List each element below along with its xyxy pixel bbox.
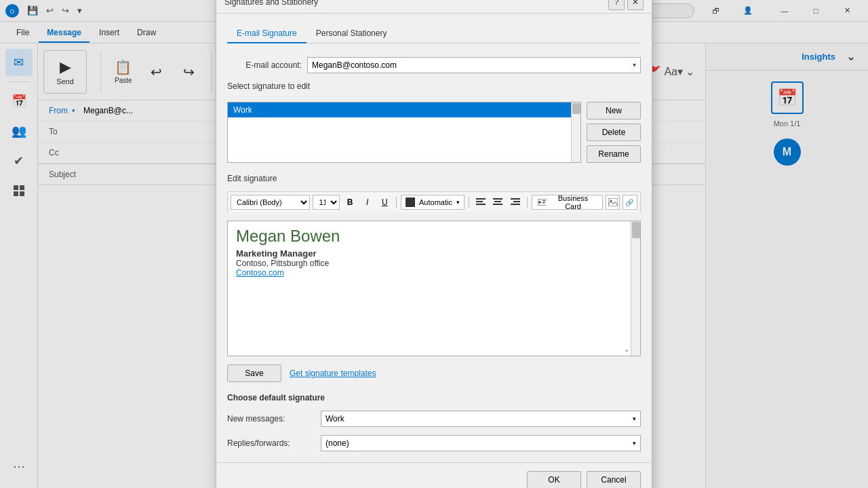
align-left-button[interactable] [473, 195, 488, 210]
dialog-body: E-mail Signature Personal Stationery E-m… [216, 14, 652, 462]
insert-hyperlink-button[interactable]: 🔗 [623, 195, 637, 210]
format-sep-3 [527, 197, 528, 208]
email-account-select[interactable]: MeganB@contoso.com ▾ [307, 57, 641, 73]
align-center-button[interactable] [490, 195, 505, 210]
format-toolbar: Calibri (Body) 11 B I U Automatic ▾ [227, 191, 641, 212]
color-picker-button[interactable]: Automatic ▾ [401, 195, 465, 210]
color-swatch [406, 198, 415, 207]
svg-rect-8 [476, 204, 486, 205]
font-name-select[interactable]: Calibri (Body) [231, 195, 310, 210]
color-arrow-icon: ▾ [456, 199, 460, 206]
format-sep-1 [396, 197, 397, 208]
font-size-select[interactable]: 11 [313, 195, 340, 210]
card-icon [538, 199, 547, 206]
tab-personal-stationery[interactable]: Personal Stationery [307, 24, 397, 43]
replies-arrow-icon: ▾ [633, 440, 636, 447]
dialog-close-button[interactable]: ✕ [627, 0, 644, 10]
dialog-tabs: E-mail Signature Personal Stationery [227, 24, 641, 43]
italic-button[interactable]: I [360, 195, 375, 210]
align-right-button[interactable] [508, 195, 523, 210]
bold-button[interactable]: B [342, 195, 357, 210]
new-messages-select[interactable]: Work ▾ [321, 411, 641, 427]
sig-link-text[interactable]: Contoso.com [236, 268, 632, 278]
edit-sig-label: Edit signature [227, 174, 641, 183]
svg-rect-13 [513, 201, 520, 202]
business-card-label: Business Card [549, 194, 597, 210]
underline-button[interactable]: U [378, 195, 393, 210]
get-templates-link[interactable]: Get signature templates [290, 369, 376, 378]
new-messages-row: New messages: Work ▾ [227, 411, 641, 427]
svg-rect-9 [493, 198, 502, 200]
sig-title-text: Marketing Manager [236, 248, 632, 259]
tab-email-signature[interactable]: E-mail Signature [227, 24, 307, 43]
dialog-titlebar-btns: ? ✕ [608, 0, 644, 10]
sig-list-scrollbar[interactable] [571, 102, 580, 162]
svg-rect-12 [511, 198, 520, 200]
svg-text:🔗: 🔗 [625, 198, 634, 206]
email-account-arrow-icon: ▾ [633, 61, 636, 69]
replies-label: Replies/forwards: [227, 438, 315, 448]
sig-edit-scrollbar[interactable] [631, 221, 640, 356]
svg-point-16 [538, 201, 540, 204]
svg-rect-7 [476, 201, 483, 202]
email-account-value: MeganB@contoso.com [312, 60, 397, 70]
sig-list-item-work[interactable]: Work [228, 102, 580, 117]
sig-edit-box[interactable]: Megan Bowen Marketing Manager Contoso, P… [227, 221, 641, 356]
svg-rect-6 [476, 198, 486, 200]
rename-sig-button[interactable]: Rename [587, 145, 641, 163]
insert-image-button[interactable] [606, 195, 620, 210]
dialog-overlay: Signatures and Stationery ? ✕ E-mail Sig… [0, 0, 868, 488]
delete-sig-button[interactable]: Delete [587, 124, 641, 141]
save-sig-button[interactable]: Save [227, 364, 281, 382]
signatures-dialog: Signatures and Stationery ? ✕ E-mail Sig… [216, 0, 652, 488]
new-messages-value: Work [326, 414, 344, 424]
format-sep-2 [469, 197, 469, 208]
sig-list-area: Work New Delete Rename [227, 102, 641, 163]
dialog-help-button[interactable]: ? [608, 0, 625, 10]
hyperlink-icon: 🔗 [625, 198, 635, 206]
dialog-titlebar: Signatures and Stationery ? ✕ [216, 0, 652, 14]
ok-button[interactable]: OK [527, 471, 581, 489]
email-account-row: E-mail account: MeganB@contoso.com ▾ [227, 57, 641, 73]
sig-list-btns: New Delete Rename [587, 102, 641, 163]
svg-rect-18 [542, 202, 545, 203]
save-row: Save Get signature templates [227, 364, 641, 382]
svg-rect-19 [608, 198, 618, 206]
dialog-title: Signatures and Stationery [224, 0, 608, 7]
replies-select[interactable]: (none) ▾ [321, 435, 641, 451]
choose-default-label: Choose default signature [227, 393, 641, 402]
sig-name-text: Megan Bowen [236, 227, 632, 246]
sig-list-box[interactable]: Work [227, 102, 581, 163]
svg-rect-14 [511, 204, 520, 205]
sig-company-text: Contoso, Pittsburgh office [236, 259, 632, 268]
new-messages-label: New messages: [227, 414, 315, 424]
replies-value: (none) [326, 438, 349, 448]
business-card-button[interactable]: Business Card [532, 195, 603, 210]
svg-rect-17 [542, 200, 545, 201]
dialog-footer: OK Cancel [216, 462, 652, 489]
new-messages-arrow-icon: ▾ [633, 415, 636, 422]
select-sig-label: Select signature to edit [227, 81, 641, 91]
cancel-button[interactable]: Cancel [587, 471, 641, 489]
replies-row: Replies/forwards: (none) ▾ [227, 435, 641, 451]
new-sig-button[interactable]: New [587, 102, 641, 119]
svg-rect-11 [493, 204, 502, 205]
email-account-label: E-mail account: [227, 60, 302, 70]
color-label: Automatic [419, 198, 452, 206]
svg-rect-10 [494, 201, 501, 202]
scroll-down-icon[interactable]: ⌄ [624, 345, 629, 353]
image-icon [608, 198, 618, 206]
